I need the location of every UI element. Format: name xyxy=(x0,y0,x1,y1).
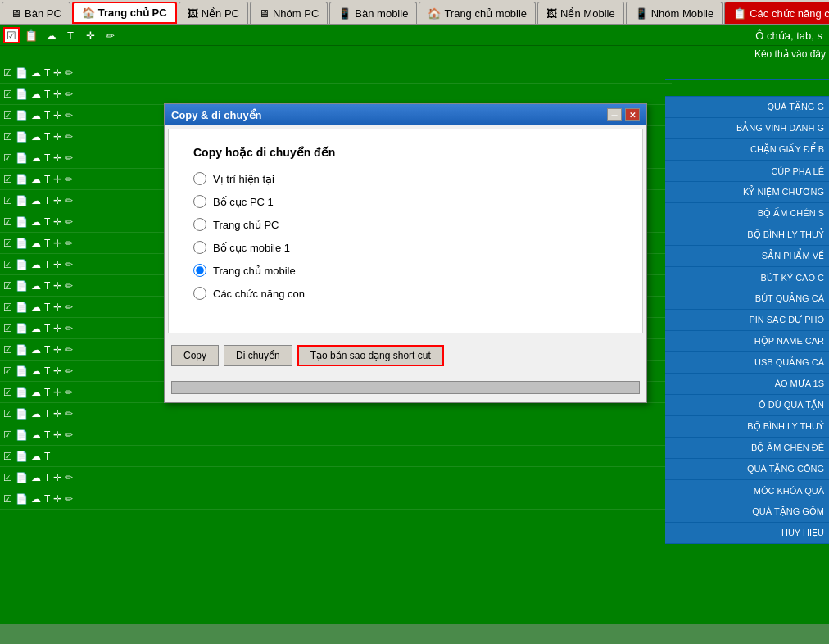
cloud-icon[interactable]: ☁ xyxy=(31,472,41,483)
radio-bo-cuc-mobile-1[interactable]: Bố cục mobile 1 xyxy=(193,241,618,254)
text-t-icon[interactable]: T xyxy=(44,216,50,228)
cross-icon[interactable]: ✛ xyxy=(53,195,61,206)
page-icon[interactable]: 📄 xyxy=(16,195,28,206)
cross-icon[interactable]: ✛ xyxy=(53,429,61,441)
cloud-icon[interactable]: ☁ xyxy=(31,195,41,206)
page-icon[interactable]: 📄 xyxy=(16,408,28,420)
radio-cac-chuc-nang-con[interactable]: Các chức năng con xyxy=(193,287,618,300)
cloud-icon[interactable]: ☁ xyxy=(31,259,41,270)
text-t-icon[interactable]: T xyxy=(44,131,50,143)
pencil-icon[interactable]: ✏ xyxy=(65,365,73,377)
check-icon[interactable]: ☑ xyxy=(3,195,12,206)
tab-nhom-mobile[interactable]: 📱 Nhóm Mobile xyxy=(626,2,723,24)
text-t-icon[interactable]: T xyxy=(44,451,50,462)
check-icon[interactable]: ☑ xyxy=(3,67,12,79)
cloud-icon[interactable]: ☁ xyxy=(31,408,41,420)
page-icon[interactable]: 📄 xyxy=(16,110,28,121)
page-icon[interactable]: 📄 xyxy=(16,238,28,249)
cloud-icon[interactable]: ☁ xyxy=(31,238,41,249)
cloud-icon[interactable]: ☁ xyxy=(31,152,41,164)
text-t-icon[interactable]: T xyxy=(44,195,50,206)
page-icon[interactable]: 📄 xyxy=(16,323,28,334)
pencil-icon[interactable]: ✏ xyxy=(65,323,73,334)
pencil-icon[interactable]: ✏ xyxy=(65,344,73,356)
pencil-icon[interactable]: ✏ xyxy=(65,259,73,270)
cloud-icon[interactable]: ☁ xyxy=(31,365,41,377)
pencil-icon[interactable]: ✏ xyxy=(65,131,73,143)
radio-trang-chu-mobile-input[interactable] xyxy=(193,264,206,277)
check-icon[interactable]: ☑ xyxy=(3,323,12,334)
text-t-icon[interactable]: T xyxy=(44,259,50,270)
text-t-icon[interactable]: T xyxy=(44,344,50,356)
check-icon[interactable]: ☑ xyxy=(3,152,12,164)
page-icon[interactable]: 📄 xyxy=(16,152,28,164)
copy-icon[interactable]: 📋 xyxy=(23,27,39,43)
check-icon[interactable]: ☑ xyxy=(3,238,12,249)
cross-icon[interactable]: ✛ xyxy=(53,387,61,398)
text-t-icon[interactable]: T xyxy=(44,67,50,79)
tab-ban-pc[interactable]: 🖥 Bàn PC xyxy=(2,2,70,24)
cloud-icon[interactable]: ☁ xyxy=(31,429,41,441)
check-icon[interactable]: ☑ xyxy=(3,365,12,377)
check-icon[interactable]: ☑ xyxy=(3,280,12,292)
check-icon[interactable]: ☑ xyxy=(3,302,12,313)
cloud-icon[interactable]: ☁ xyxy=(31,280,41,292)
text-t-icon[interactable]: T xyxy=(44,408,50,420)
cross-icon[interactable]: ✛ xyxy=(53,259,61,270)
pencil-icon[interactable]: ✏ xyxy=(65,238,73,249)
tab-cac-chuc-nang-con[interactable]: 📋 Các chức năng con xyxy=(724,2,829,24)
cross-icon[interactable]: ✛ xyxy=(53,110,61,121)
check-icon[interactable]: ☑ xyxy=(3,472,12,483)
cross-icon[interactable]: ✛ xyxy=(53,152,61,164)
tab-trang-chu-mobile[interactable]: 🏠 Trang chủ mobile xyxy=(419,2,536,24)
radio-trang-chu-pc[interactable]: Trang chủ PC xyxy=(193,218,618,231)
page-icon[interactable]: 📄 xyxy=(16,429,28,441)
text-t-icon[interactable]: T xyxy=(44,88,50,100)
cloud-icon[interactable]: ☁ xyxy=(31,493,41,505)
page-icon[interactable]: 📄 xyxy=(16,344,28,356)
page-icon[interactable]: 📄 xyxy=(16,259,28,270)
radio-cac-chuc-nang-con-input[interactable] xyxy=(193,287,206,300)
radio-bo-cuc-pc-1-input[interactable] xyxy=(193,195,206,208)
text-t-icon[interactable]: T xyxy=(44,365,50,377)
page-icon[interactable]: 📄 xyxy=(16,67,28,79)
edit-icon[interactable]: ✏ xyxy=(102,27,118,43)
check-icon[interactable]: ☑ xyxy=(3,131,12,143)
text-icon[interactable]: T xyxy=(62,27,79,43)
cross-icon[interactable]: ✛ xyxy=(53,344,61,356)
pencil-icon[interactable]: ✏ xyxy=(65,387,73,398)
text-t-icon[interactable]: T xyxy=(44,323,50,334)
radio-trang-chu-pc-input[interactable] xyxy=(193,218,206,231)
radio-vi-tri-hien-tai[interactable]: Vị trí hiện tại xyxy=(193,172,618,185)
cloud-icon[interactable]: ☁ xyxy=(31,344,41,356)
check-icon[interactable]: ☑ xyxy=(3,429,12,441)
tab-trang-chu-pc[interactable]: 🏠 Trang chủ PC xyxy=(72,2,177,24)
cross-icon[interactable]: ✛ xyxy=(53,174,61,185)
check-icon[interactable]: ☑ xyxy=(3,344,12,356)
cloud-icon[interactable]: ☁ xyxy=(31,323,41,334)
cloud-icon[interactable]: ☁ xyxy=(31,131,41,143)
text-t-icon[interactable]: T xyxy=(44,472,50,483)
page-icon[interactable]: 📄 xyxy=(16,451,28,462)
pencil-icon[interactable]: ✏ xyxy=(65,67,73,79)
check-icon[interactable]: ☑ xyxy=(3,493,12,505)
cross-icon[interactable]: ✛ xyxy=(53,88,61,100)
cross-icon[interactable]: ✛ xyxy=(53,472,61,483)
pencil-icon[interactable]: ✏ xyxy=(65,302,73,313)
radio-vi-tri-hien-tai-input[interactable] xyxy=(193,172,206,185)
cloud-icon[interactable]: ☁ xyxy=(31,67,41,79)
text-t-icon[interactable]: T xyxy=(44,302,50,313)
check-icon[interactable]: ☑ xyxy=(3,174,12,185)
pencil-icon[interactable]: ✏ xyxy=(65,195,73,206)
pencil-icon[interactable]: ✏ xyxy=(65,493,73,505)
tab-nen-pc[interactable]: 🖼 Nền PC xyxy=(179,2,248,24)
cross-icon[interactable]: ✛ xyxy=(53,493,61,505)
pencil-icon[interactable]: ✏ xyxy=(65,280,73,292)
text-t-icon[interactable]: T xyxy=(44,110,50,121)
cloud-icon[interactable]: ☁ xyxy=(31,88,41,100)
cloud-icon[interactable]: ☁ xyxy=(31,216,41,228)
checkbox-icon[interactable]: ☑ xyxy=(3,27,20,43)
tao-ban-sao-button[interactable]: Tạo bản sao dạng short cut xyxy=(297,345,444,366)
cross-icon[interactable]: ✛ xyxy=(53,408,61,420)
cross-icon[interactable]: ✛ xyxy=(53,280,61,292)
